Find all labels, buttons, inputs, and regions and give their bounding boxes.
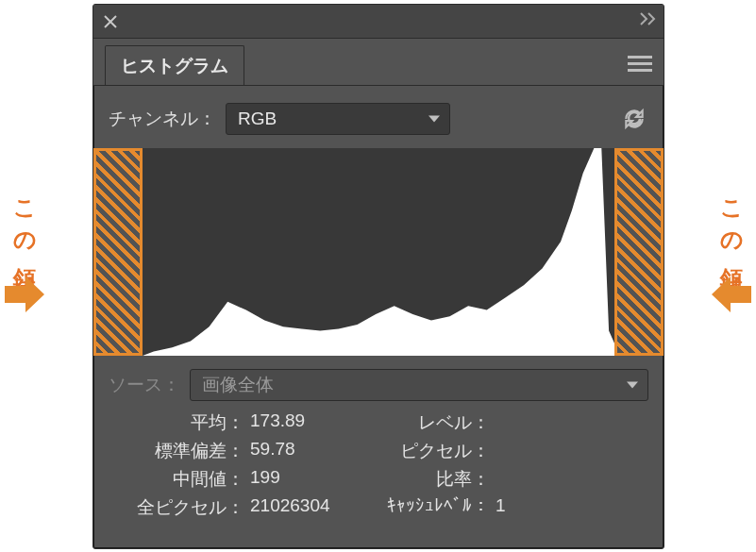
source-select-value: 画像全体 xyxy=(202,373,274,397)
close-icon xyxy=(104,15,117,28)
stat-stddev-label: 標準偏差： xyxy=(109,439,250,463)
close-button[interactable] xyxy=(93,5,127,39)
source-select[interactable]: 画像全体 xyxy=(190,369,648,401)
chevron-down-icon xyxy=(428,116,440,123)
stats-grid: 平均： 173.89 レベル： 標準偏差： 59.78 ピクセル： 中間値： 1… xyxy=(109,410,648,520)
panel-tabrow: ヒストグラム xyxy=(93,39,664,86)
panel-menu-button[interactable] xyxy=(628,52,652,75)
panel-body: チャンネル： RGB ソース： 画像全体 xyxy=(93,86,664,548)
histogram-area xyxy=(93,148,664,356)
stat-level-label: レベル： xyxy=(382,410,496,435)
stat-median-label: 中間値： xyxy=(109,467,250,492)
stat-level-value xyxy=(496,410,580,435)
refresh-button[interactable] xyxy=(620,105,648,133)
annotation-left-label: この領域 xyxy=(9,184,40,265)
stat-stddev-value: 59.78 xyxy=(250,439,382,463)
highlight-clip-region xyxy=(614,148,664,356)
arrow-right-icon xyxy=(3,273,46,316)
channel-label: チャンネル： xyxy=(109,107,216,131)
stat-pixel-value xyxy=(496,439,580,463)
refresh-icon xyxy=(622,107,647,131)
stat-mean-value: 173.89 xyxy=(250,410,382,435)
arrow-left-icon xyxy=(710,273,753,316)
stat-pixels-label: 全ピクセル： xyxy=(109,495,250,520)
stat-pixels-value: 21026304 xyxy=(250,495,382,520)
histogram-panel: ヒストグラム チャンネル： RGB xyxy=(92,4,664,549)
tab-histogram[interactable]: ヒストグラム xyxy=(105,45,244,85)
stat-mean-label: 平均： xyxy=(109,410,250,435)
chevron-right-double-icon xyxy=(639,12,658,25)
annotation-right: この領域 xyxy=(713,184,750,316)
annotation-right-label: この領域 xyxy=(716,184,747,265)
chevron-down-icon xyxy=(627,382,638,389)
stat-cache-label: ｷｬｯｼｭﾚﾍﾞﾙ： xyxy=(382,495,496,520)
channel-row: チャンネル： RGB xyxy=(109,103,648,135)
stat-pixel-label: ピクセル： xyxy=(382,439,496,463)
channel-select-value: RGB xyxy=(238,109,277,129)
shadow-clip-region xyxy=(93,148,143,356)
stat-cache-value: 1 xyxy=(496,495,580,520)
channel-select[interactable]: RGB xyxy=(226,103,450,135)
stat-percent-label: 比率： xyxy=(382,467,496,492)
histogram-chart xyxy=(143,148,614,356)
tab-histogram-label: ヒストグラム xyxy=(121,54,228,78)
stat-median-value: 199 xyxy=(250,467,382,492)
source-label: ソース： xyxy=(109,373,180,397)
source-row: ソース： 画像全体 xyxy=(109,369,648,401)
annotation-left: この領域 xyxy=(6,184,43,316)
collapse-button[interactable] xyxy=(639,12,658,28)
hamburger-icon xyxy=(628,56,652,59)
panel-titlebar xyxy=(93,5,664,39)
stat-percent-value xyxy=(496,467,580,492)
